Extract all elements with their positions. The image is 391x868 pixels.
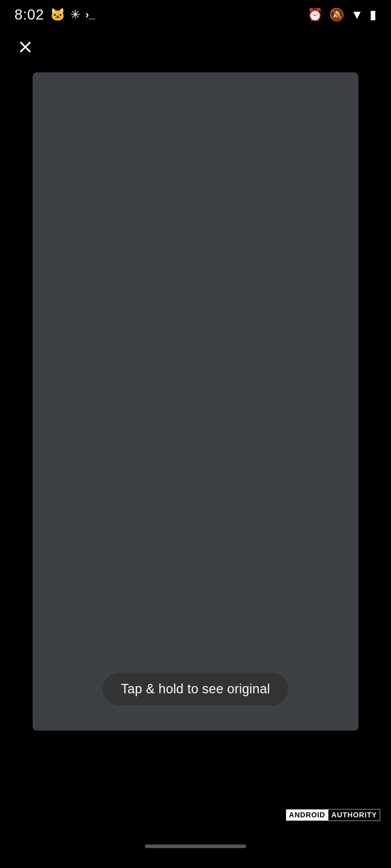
image-preview-area[interactable]: Tap & hold to see original: [33, 72, 358, 731]
status-time: 8:02: [14, 7, 44, 23]
home-indicator[interactable]: [145, 844, 246, 848]
close-button[interactable]: [11, 33, 40, 61]
close-icon: [16, 38, 35, 56]
mute-icon: 🔕: [329, 7, 344, 22]
status-bar-left: 8:02 🐱 ✳ ›_: [14, 7, 95, 23]
watermark: ANDROID AUTHORITY: [286, 809, 380, 821]
terminal-icon: ›_: [85, 8, 95, 21]
status-bar-right: ⏰ 🔕 ▼ ▮: [307, 7, 377, 22]
watermark-authority-text: AUTHORITY: [328, 809, 380, 821]
alarm-icon: ⏰: [307, 7, 323, 22]
tap-hold-hint: Tap & hold to see original: [103, 673, 288, 705]
status-bar: 8:02 🐱 ✳ ›_ ⏰ 🔕 ▼ ▮: [0, 0, 391, 29]
wifi-icon: ▼: [351, 8, 363, 22]
watermark-android-text: ANDROID: [286, 809, 328, 821]
wind-icon: ✳: [70, 7, 80, 22]
status-icons-left: 🐱 ✳ ›_: [50, 7, 95, 22]
bottom-navigation: [0, 825, 391, 868]
cat-icon: 🐱: [50, 7, 65, 22]
battery-icon: ▮: [370, 7, 377, 22]
